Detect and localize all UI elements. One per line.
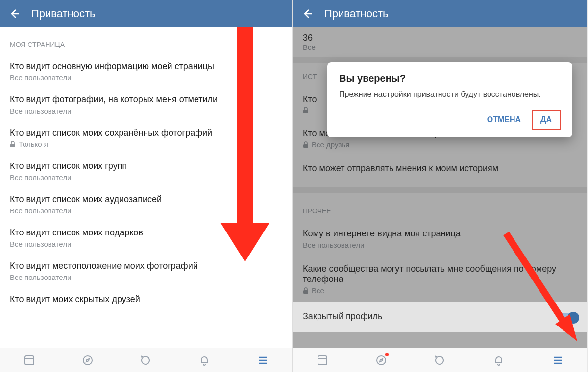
privacy-item[interactable]: Кто видит список моих групп Все пользова… xyxy=(0,155,292,188)
header-title: Приватность xyxy=(31,7,96,20)
bottom-nav xyxy=(293,348,587,372)
item-title: Кто видит местоположение моих фотографий xyxy=(10,261,282,271)
nav-discover[interactable] xyxy=(374,353,388,367)
nav-notifications[interactable] xyxy=(197,353,211,367)
arrow-left-icon xyxy=(301,8,313,20)
nav-menu[interactable] xyxy=(256,353,270,367)
nav-feed[interactable] xyxy=(316,353,329,367)
item-value: Только я xyxy=(10,140,282,148)
header: Приватность xyxy=(0,0,292,27)
notification-dot xyxy=(385,353,389,356)
lock-icon xyxy=(303,141,309,148)
item-title: Кто видит моих скрытых друзей xyxy=(10,294,282,304)
settings-list: МОЯ СТРАНИЦА Кто видит основную информац… xyxy=(0,27,292,348)
svg-point-12 xyxy=(377,356,386,365)
nav-feed[interactable] xyxy=(23,353,36,367)
section-title: МОЯ СТРАНИЦА xyxy=(0,27,292,55)
svg-point-3 xyxy=(83,356,92,365)
item-value: Все пользователи xyxy=(10,73,282,82)
header: Приватность xyxy=(293,0,587,27)
nav-menu[interactable] xyxy=(551,353,564,367)
arrow-left-icon xyxy=(8,8,20,20)
item-title: Кто видит список моих аудиозаписей xyxy=(10,194,282,205)
compass-icon xyxy=(82,354,94,366)
toggle-knob xyxy=(567,312,579,324)
privacy-item[interactable]: Кому в интернете видна моя страница Все … xyxy=(293,222,587,257)
privacy-item[interactable]: Кто видит список моих сохранённых фотогр… xyxy=(0,122,292,155)
menu-icon xyxy=(552,354,564,366)
toggle-switch[interactable] xyxy=(559,313,578,323)
left-screen: Приватность МОЯ СТРАНИЦА Кто видит основ… xyxy=(0,0,293,372)
item-title: Кто видит фотографии, на которых меня от… xyxy=(10,94,282,105)
item-value: Все пользователи xyxy=(303,241,577,249)
bell-icon xyxy=(493,354,505,366)
item-value: Все xyxy=(303,43,577,51)
confirm-modal: Вы уверены? Прежние настройки приватност… xyxy=(327,62,572,137)
nav-notifications[interactable] xyxy=(492,353,506,367)
privacy-item[interactable]: Кто видит местоположение моих фотографий… xyxy=(0,255,292,288)
svg-rect-7 xyxy=(303,110,308,113)
item-value: Все пользователи xyxy=(10,240,282,248)
privacy-item[interactable]: Кто видит фотографии, на которых меня от… xyxy=(0,89,292,122)
item-value: Все пользователи xyxy=(10,107,282,115)
lock-icon xyxy=(10,141,16,148)
privacy-item[interactable]: Кто может отправлять мнения к моим истор… xyxy=(293,157,587,187)
svg-rect-10 xyxy=(318,356,327,365)
confirm-button[interactable]: ДА xyxy=(532,110,561,130)
item-value: Все пользователи xyxy=(10,207,282,215)
svg-rect-0 xyxy=(10,144,15,147)
bell-icon xyxy=(198,354,210,366)
item-title: Кто видит список моих подарков xyxy=(10,228,282,238)
privacy-item[interactable]: Кто видит список моих подарков Все польз… xyxy=(0,222,292,255)
privacy-item[interactable]: Кто видит моих скрытых друзей xyxy=(0,288,292,313)
item-title: Кто видит список моих групп xyxy=(10,161,282,171)
item-value: Все xyxy=(303,286,577,295)
section-separator xyxy=(293,187,587,193)
privacy-item[interactable]: Кто видит основную информацию моей стран… xyxy=(0,55,292,89)
privacy-item[interactable]: Кто видит список моих аудиозаписей Все п… xyxy=(0,188,292,222)
svg-rect-9 xyxy=(303,290,308,294)
item-title: Какие сообщества могут посылать мне сооб… xyxy=(303,264,577,284)
item-title: Кто видит список моих сохранённых фотогр… xyxy=(10,128,282,138)
item-title: Закрытый профиль xyxy=(303,311,577,322)
nav-discover[interactable] xyxy=(81,353,95,367)
right-screen: Приватность 36 Все ИСТ Кто Кто может отв… xyxy=(293,0,587,372)
svg-rect-8 xyxy=(303,144,308,148)
chat-icon xyxy=(434,354,446,366)
lock-icon xyxy=(303,287,309,294)
back-button[interactable] xyxy=(300,8,315,20)
modal-body: Прежние настройки приватности будут восс… xyxy=(339,90,561,99)
item-title: Кому в интернете видна моя страница xyxy=(303,229,577,239)
chat-icon xyxy=(140,354,152,366)
item-value: Все друзья xyxy=(303,140,577,149)
item-title: Кто может отправлять мнения к моим истор… xyxy=(303,163,577,174)
settings-list-dimmed: 36 Все ИСТ Кто Кто может отвечать на мои… xyxy=(293,27,587,348)
feed-icon xyxy=(317,354,328,366)
back-button[interactable] xyxy=(7,8,22,20)
lock-icon xyxy=(303,107,309,114)
item-value: Все пользователи xyxy=(10,273,282,281)
item-title: 36 xyxy=(303,33,577,43)
svg-rect-1 xyxy=(25,356,34,365)
feed-icon xyxy=(24,354,35,366)
modal-actions: ОТМЕНА ДА xyxy=(339,110,561,130)
nav-messages[interactable] xyxy=(433,353,447,367)
section-title: ПРОЧЕЕ xyxy=(293,193,587,222)
bottom-nav xyxy=(0,348,292,372)
clipped-item: 36 Все xyxy=(293,27,587,57)
nav-messages[interactable] xyxy=(139,353,153,367)
menu-icon xyxy=(257,354,269,366)
modal-title: Вы уверены? xyxy=(339,73,561,84)
item-title: Кто видит основную информацию моей стран… xyxy=(10,61,282,71)
private-profile-toggle-item[interactable]: Закрытый профиль xyxy=(293,302,587,332)
header-title: Приватность xyxy=(324,7,389,20)
cancel-button[interactable]: ОТМЕНА xyxy=(479,110,529,130)
item-value: Все пользователи xyxy=(10,173,282,182)
privacy-item[interactable]: Какие сообщества могут посылать мне сооб… xyxy=(293,257,587,302)
